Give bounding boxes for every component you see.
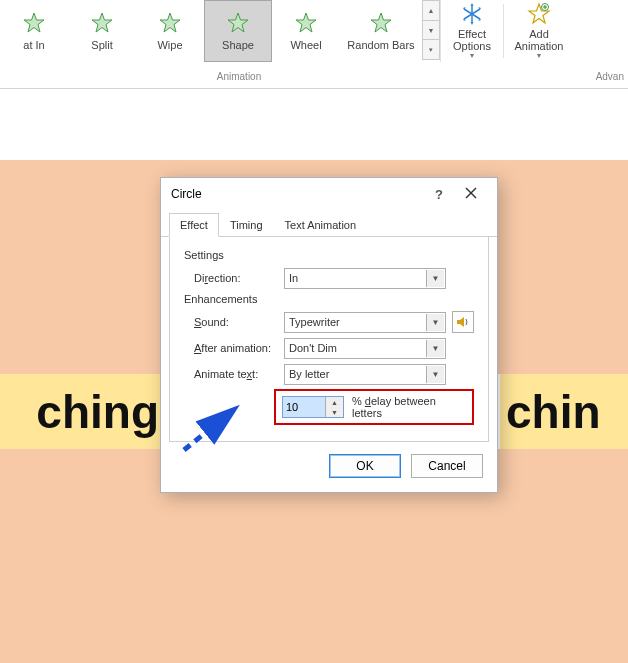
delay-input[interactable]: [283, 397, 325, 417]
chevron-down-icon: ▼: [426, 366, 444, 383]
dialog-titlebar[interactable]: Circle ?: [161, 178, 497, 210]
group-label-animation: Animation: [0, 66, 478, 88]
anim-wheel[interactable]: Wheel: [272, 0, 340, 62]
anim-shape[interactable]: Shape: [204, 0, 272, 62]
animate-text-combo[interactable]: By letter ▼: [284, 364, 446, 385]
add-animation-icon: [527, 2, 551, 26]
anim-split[interactable]: Split: [68, 0, 136, 62]
sound-combo[interactable]: Typewriter ▼: [284, 312, 446, 333]
gallery-scroller[interactable]: ▲ ▼ ▾: [422, 0, 440, 60]
highlight-box: ▲▼ % delay between letters: [274, 389, 474, 425]
anim-wipe[interactable]: Wipe: [136, 0, 204, 62]
tab-text-animation[interactable]: Text Animation: [274, 213, 368, 237]
tab-timing[interactable]: Timing: [219, 213, 274, 237]
animation-gallery: at In Split Wipe Shape Wheel Random Bars: [0, 0, 441, 62]
svg-marker-4: [296, 13, 316, 32]
anim-random-bars[interactable]: Random Bars: [340, 0, 422, 62]
chevron-down-icon: ▾: [470, 52, 474, 61]
animate-text-label: Animate text:: [194, 368, 284, 380]
add-animation-button[interactable]: Add Animation ▾: [504, 0, 574, 62]
chevron-down-icon: ▼: [426, 340, 444, 357]
scroll-down-icon[interactable]: ▼: [423, 21, 439, 41]
spin-down-icon[interactable]: ▼: [326, 407, 343, 417]
svg-line-29: [184, 408, 236, 450]
speaker-icon: [456, 315, 470, 329]
svg-line-10: [464, 14, 472, 19]
close-icon: [465, 187, 477, 199]
group-label-advanced: Advan: [542, 66, 628, 88]
svg-marker-12: [471, 3, 474, 6]
svg-line-11: [464, 9, 472, 14]
svg-line-7: [472, 9, 480, 14]
scroll-up-icon[interactable]: ▲: [423, 1, 439, 21]
direction-label: Direction:: [194, 272, 284, 284]
slide-text-left: ching: [0, 374, 165, 449]
chevron-down-icon: ▾: [537, 52, 541, 61]
svg-marker-2: [160, 13, 180, 32]
svg-marker-5: [371, 13, 391, 32]
section-enhancements: Enhancements: [184, 293, 474, 305]
after-animation-label: After animation:: [194, 342, 284, 354]
gallery-more-icon[interactable]: ▾: [423, 40, 439, 59]
slide-text-right: chin: [500, 374, 628, 449]
spin-up-icon[interactable]: ▲: [326, 397, 343, 407]
cancel-button[interactable]: Cancel: [411, 454, 483, 478]
after-animation-combo[interactable]: Don't Dim ▼: [284, 338, 446, 359]
ok-button[interactable]: OK: [329, 454, 401, 478]
dialog-tabs: Effect Timing Text Animation: [161, 212, 497, 237]
svg-line-8: [472, 14, 480, 19]
chevron-down-icon: ▼: [426, 314, 444, 331]
dialog-title: Circle: [171, 187, 202, 201]
ribbon: at In Split Wipe Shape Wheel Random Bars: [0, 0, 628, 88]
svg-marker-27: [457, 317, 464, 327]
svg-marker-1: [92, 13, 112, 32]
delay-label: % delay between letters: [352, 395, 466, 419]
chevron-down-icon: ▼: [426, 270, 444, 287]
direction-combo[interactable]: In ▼: [284, 268, 446, 289]
delay-spinner[interactable]: ▲▼: [282, 396, 344, 418]
sound-preview-button[interactable]: [452, 311, 474, 333]
effect-options-button[interactable]: Effect Options ▾: [441, 0, 503, 62]
svg-marker-0: [24, 13, 44, 32]
svg-marker-3: [228, 13, 248, 32]
callout-arrow-icon: [178, 398, 248, 458]
section-settings: Settings: [184, 249, 474, 261]
effect-options-icon: [460, 2, 484, 26]
anim-float-in[interactable]: at In: [0, 0, 68, 62]
help-button[interactable]: ?: [423, 187, 455, 202]
svg-marker-15: [471, 22, 474, 25]
close-button[interactable]: [455, 187, 487, 202]
sound-label: Sound:: [194, 316, 284, 328]
tab-effect[interactable]: Effect: [169, 213, 219, 237]
